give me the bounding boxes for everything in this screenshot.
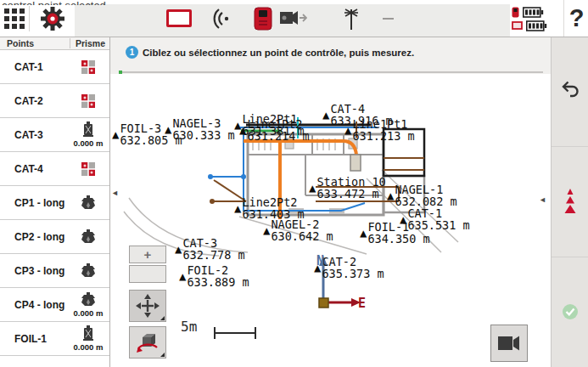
toolbar-divider — [29, 6, 30, 31]
prism-cell — [70, 229, 109, 245]
prism-360-icon — [80, 229, 97, 245]
target-plate-icon — [166, 9, 192, 27]
map-point-station-10[interactable]: ▲Station 10633.472 m — [309, 176, 386, 200]
instruction-bar: 1 Ciblez ou sélectionnez un point de con… — [110, 37, 551, 74]
point-marker-icon: ▲ — [360, 227, 367, 239]
point-label: CAT-4 — [330, 103, 392, 115]
map-point-cat-3[interactable]: ▲CAT-3632.778 m — [175, 237, 245, 261]
accept-button[interactable] — [552, 304, 588, 319]
map-point-line1pt1[interactable]: ▲Line1Pt1631.213 m — [344, 118, 415, 142]
undo-button[interactable] — [552, 80, 588, 99]
pan-arrows-icon — [136, 294, 160, 318]
point-row[interactable]: CP3 - long — [0, 254, 109, 288]
prism-360-icon — [80, 195, 97, 211]
point-marker-icon: ▲ — [179, 270, 186, 282]
point-row[interactable]: CP2 - long — [0, 220, 109, 254]
camera-view-button[interactable] — [490, 325, 528, 362]
map-point-line2pt2[interactable]: ▲Line2Pt2631.403 m — [234, 196, 305, 220]
checker-target-icon — [81, 60, 95, 74]
panel-divider — [552, 146, 588, 147]
point-row[interactable]: CP4 - long 0.000 m — [0, 288, 109, 322]
checker-target-icon — [81, 162, 95, 176]
point-label: NAGEL-1 — [395, 184, 456, 195]
radio-signal-button[interactable] — [208, 0, 235, 37]
green-check-icon — [563, 304, 578, 319]
mini-controller-icon — [512, 7, 519, 18]
point-elevation: 631.213 m — [352, 130, 414, 142]
camera-stream-icon — [280, 10, 307, 27]
rotate-cube-icon — [135, 330, 160, 354]
clipped-top-text: control point selected — [2, 0, 188, 5]
map-point-nagel-1[interactable]: ▲NAGEL-1632.082 m — [387, 184, 457, 207]
point-label: FOIL-2 — [187, 264, 249, 276]
column-header-prisme: Prisme — [70, 38, 105, 48]
target-plate-button[interactable] — [166, 0, 192, 37]
point-marker-icon: ▲ — [234, 202, 241, 214]
prism-cell: 0.000 m — [70, 325, 109, 352]
zoom-in-button[interactable]: + — [129, 246, 166, 263]
device-status-block[interactable] — [512, 5, 563, 34]
point-name: CAT-2 — [0, 95, 70, 107]
help-button[interactable]: ? — [563, 0, 588, 37]
point-label: Station 10 — [316, 176, 385, 188]
camera-stream-button[interactable] — [279, 0, 308, 37]
north-label: N — [316, 253, 324, 268]
point-row[interactable]: CAT-4 — [0, 152, 109, 186]
point-label: CAT-3 — [182, 237, 244, 249]
map-point-nagel-2[interactable]: ▲NAGEL-2630.642 m — [263, 218, 333, 242]
antenna-button[interactable] — [343, 0, 360, 37]
points-panel: Points Prisme CAT-1 CAT-2 CAT-3 0.000 mC… — [0, 37, 110, 367]
point-marker-icon: ▲ — [263, 224, 270, 236]
map-point-cat-2[interactable]: ▲CAT-2635.373 m — [314, 256, 384, 279]
point-elevation: 632.778 m — [182, 249, 244, 261]
point-row[interactable]: CAT-2 — [0, 84, 109, 118]
point-elevation: 631.214 m — [247, 130, 309, 142]
progress-track — [119, 71, 543, 73]
map-point-foil-2[interactable]: ▲FOIL-2633.889 m — [179, 264, 249, 288]
collapse-left-panel-handle[interactable]: ◄ — [111, 189, 119, 197]
apps-grid-button[interactable] — [0, 0, 29, 37]
target-status-row — [512, 20, 547, 31]
point-label: Line2Pt2 — [242, 196, 304, 208]
pan-button[interactable] — [129, 290, 166, 322]
map-point-nagel-3[interactable]: ▲NAGEL-3630.333 m — [165, 117, 235, 141]
rotate-3d-button[interactable] — [129, 326, 166, 359]
map-point-line1pt2[interactable]: ▲Line1Pt2631.214 m — [239, 118, 310, 142]
point-row[interactable]: CAT-1 — [0, 50, 109, 84]
panel-divider — [552, 257, 588, 257]
captivate-app-window: control point selected — [0, 0, 588, 367]
scale-bar-label: 5m — [181, 319, 197, 335]
submenu-wedge — [160, 316, 165, 320]
point-name: CP3 - long — [0, 265, 70, 277]
settings-button[interactable] — [36, 0, 70, 37]
collapse-right-panel-handle[interactable]: ◄ — [539, 196, 546, 204]
action-panel — [551, 37, 588, 367]
point-elevation: 633.472 m — [316, 188, 385, 200]
prism-search-button[interactable] — [552, 189, 588, 213]
point-row[interactable]: CP1 - long — [0, 186, 109, 220]
point-elevation: 630.642 m — [271, 230, 333, 242]
point-marker-icon: ▲ — [322, 109, 329, 121]
undo-arrow-icon — [560, 80, 580, 99]
point-row[interactable]: FOIL-1 0.000 m — [0, 322, 109, 356]
plus-icon: + — [144, 248, 152, 261]
prism-360-icon — [80, 263, 97, 279]
prism-offset: 0.000 m — [74, 138, 104, 148]
radio-signal-icon — [210, 8, 232, 29]
prism-offset: 0.000 m — [74, 308, 104, 318]
prism-cell — [70, 162, 109, 176]
prism-cell: 0.000 m — [70, 121, 109, 148]
controller-status-row — [512, 7, 544, 18]
gear-icon — [40, 6, 65, 31]
zoom-out-button[interactable] — [129, 265, 166, 283]
map-view[interactable]: ▲FOIL-3632.805 m▲NAGEL-3630.333 m▲Line2P… — [110, 74, 551, 367]
antenna-icon — [344, 7, 359, 31]
mini-target-plate-icon — [512, 21, 523, 31]
map-point-foil-1[interactable]: ▲FOIL-1634.350 m — [360, 221, 430, 245]
point-elevation: 634.350 m — [367, 233, 429, 245]
point-marker-icon: ▲ — [309, 182, 316, 194]
battery-full-icon — [523, 7, 544, 18]
point-row[interactable]: CAT-3 0.000 m — [0, 118, 109, 152]
controller-button[interactable] — [251, 0, 275, 37]
point-row[interactable]: FOIL-2 — [0, 356, 109, 367]
